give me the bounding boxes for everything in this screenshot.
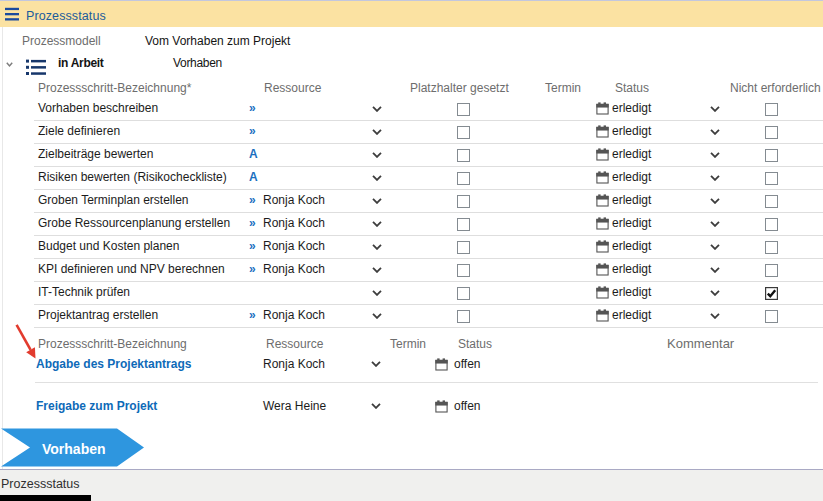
svg-text:Vorhaben: Vorhaben	[42, 441, 106, 457]
